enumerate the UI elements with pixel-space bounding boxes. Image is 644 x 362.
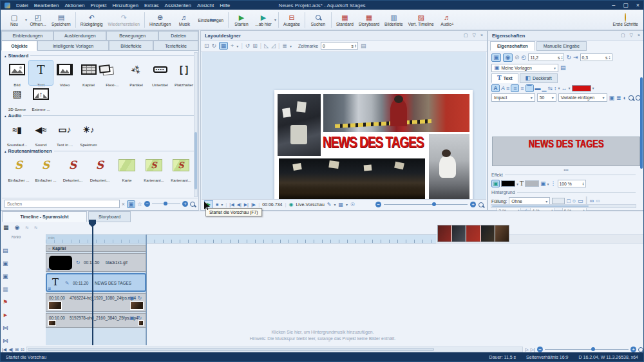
settings-button[interactable]: Einstellungen <box>195 10 226 30</box>
thumb-size-slider[interactable] <box>152 204 180 204</box>
panel-pin-icon[interactable]: ▽ <box>630 33 633 38</box>
tab-bewegungen[interactable]: Bewegungen <box>106 31 158 41</box>
scroll-start-icon[interactable]: |◀ <box>2 347 6 352</box>
valign-top-icon[interactable]: ▔ <box>526 84 534 92</box>
repeat-icon[interactable]: ↻ <box>76 260 80 265</box>
timeline-zoom-search-icon[interactable] <box>638 347 643 352</box>
object-soundaufnahme[interactable]: ≈▮Soundauf... <box>5 120 29 145</box>
figure-icon[interactable]: ☉ <box>350 202 355 207</box>
track-list-icon[interactable]: ▤ <box>3 247 8 254</box>
rotate-tool-icon[interactable]: ↻ <box>212 43 217 49</box>
route-einfach-1[interactable]: SEinfacher ... <box>5 156 32 180</box>
font-size-dropdown[interactable]: 50▾ <box>537 93 556 102</box>
slide-preview-card[interactable]: NEWS DES TAGES <box>274 90 473 199</box>
section-standard[interactable]: ▴Standard <box>1 52 198 59</box>
object-3d-szene[interactable]: ▧3D-Szene <box>5 85 29 110</box>
undo-button[interactable]: ↶Rückgängig <box>78 10 106 30</box>
unlink-icon[interactable]: ⊘ <box>515 54 520 61</box>
panel-pin-icon[interactable]: ▽ <box>473 33 476 38</box>
object-bild[interactable]: Bild <box>5 61 29 85</box>
fit-view-icon[interactable]: ⊞ <box>252 43 258 49</box>
keyframe-icon[interactable]: ▤ <box>361 43 366 49</box>
valign-middle-icon[interactable]: ▬ <box>535 85 541 91</box>
subtab-text[interactable]: TText <box>491 73 518 83</box>
group-tracks2-icon[interactable]: ▣ <box>3 273 8 280</box>
view-standard-button[interactable]: ▦Standard <box>334 10 356 30</box>
curve-tool-icon[interactable]: ≈ <box>25 224 28 231</box>
paragraph-icon[interactable]: ≣ <box>616 95 621 101</box>
unlink-icon[interactable]: ∞ <box>596 198 600 204</box>
font-zoom-out-icon[interactable] <box>629 95 634 100</box>
search-input[interactable] <box>5 200 120 208</box>
thumb-zoom-in-icon[interactable]: + <box>182 201 188 207</box>
object-kapitel[interactable]: Kapitel <box>77 61 100 85</box>
object-video[interactable]: Video <box>53 61 77 85</box>
line-spacing-icon[interactable]: ↕ <box>554 85 557 91</box>
snap-dropdown-icon[interactable]: ▾ <box>236 44 238 48</box>
add-button[interactable]: ⊕Hinzufügen <box>147 10 173 30</box>
new-button[interactable]: ▢Neu <box>3 10 25 30</box>
route-kartenanimation-2[interactable]: SKartenani... <box>167 156 194 180</box>
prev-chapter-icon[interactable]: |◀ <box>229 202 234 207</box>
show-track-icon[interactable]: ◉ <box>503 53 513 62</box>
zoom-search-icon[interactable] <box>190 202 195 207</box>
panel-close-icon[interactable]: × <box>480 33 483 38</box>
redo-button[interactable]: ↷Wiederherstellen <box>106 10 142 30</box>
loop-icon[interactable]: ↻ <box>566 54 571 61</box>
designer-canvas[interactable]: NEWS DES TAGES <box>202 52 486 199</box>
line-spacing-dropdown-icon[interactable]: ▾ <box>558 86 560 90</box>
text-animation-icon[interactable]: ✎ <box>65 280 69 286</box>
flag-marker-icon[interactable]: ⚑ <box>3 299 8 305</box>
bold-icon[interactable]: A <box>491 84 500 92</box>
group-tracks-icon[interactable]: ▣ <box>3 260 8 267</box>
preview-video-top[interactable] <box>323 94 469 132</box>
track-black1x1[interactable]: ↻ 00:11.50 black1x1.gif ⊞ <box>46 253 146 272</box>
effect-color-dropdown-icon[interactable]: ▾ <box>516 182 518 186</box>
route-karte[interactable]: Karte <box>113 156 140 180</box>
view-audio-button[interactable]: ♬Audio+ <box>437 10 459 30</box>
collapse-chapter-icon[interactable]: – <box>48 247 50 251</box>
menu-hinzufuegen[interactable]: Hinzufügen <box>112 3 138 8</box>
tab-dateien[interactable]: Dateien <box>158 31 198 41</box>
reset-view-icon[interactable]: ↺ <box>245 43 251 49</box>
canvas-zoom-search-icon[interactable] <box>478 202 484 207</box>
corner-a-icon[interactable]: ◺ <box>264 43 269 49</box>
menu-ansicht[interactable]: Ansicht <box>197 3 214 8</box>
menu-bearbeiten[interactable]: Bearbeiten <box>34 3 59 8</box>
fade-spinbox[interactable]: 0,3s▴▾ <box>580 53 612 61</box>
grid-toggle-icon[interactable]: ▦ <box>219 42 228 50</box>
font-color-dropdown-icon[interactable]: ▾ <box>592 86 594 90</box>
texture-icon[interactable]: ▣ <box>540 180 546 187</box>
menu-datei[interactable]: Datei <box>16 3 28 8</box>
timeline-zoom-in-icon[interactable]: + <box>630 347 636 352</box>
object-untertitel[interactable]: ••••Untertitel <box>148 61 172 85</box>
text-content[interactable]: NEWS DES TAGES <box>529 138 604 168</box>
tab-bildeffekte[interactable]: Bildeffekte <box>109 41 154 51</box>
valign-bottom-icon[interactable]: ▁ <box>542 85 547 91</box>
duration-spinbox[interactable]: 11,2s▴▾ <box>528 53 564 61</box>
view-grid-icon[interactable]: ▦ <box>339 202 344 207</box>
outline-color-swatch[interactable] <box>525 180 539 187</box>
effect-color-swatch[interactable] <box>501 180 515 187</box>
panel-close-icon[interactable]: × <box>638 33 640 38</box>
image-fill-icon[interactable]: ▣ <box>609 95 615 101</box>
filter-toggle-icon[interactable]: ▣ <box>127 200 135 208</box>
music-hint-line1[interactable]: Klicken Sie hier, um Hintergrundmusik hi… <box>1 330 644 334</box>
timeline-hscrollbar[interactable] <box>26 347 523 352</box>
corner-b-icon[interactable]: ◿ <box>271 43 276 49</box>
panel-maximize-icon[interactable]: ▢ <box>621 33 625 38</box>
font-family-dropdown[interactable]: Impact▾ <box>491 93 535 102</box>
tab-einblendungen[interactable]: Einblendungen <box>1 31 53 41</box>
toolbox-scrollbar[interactable] <box>194 52 198 197</box>
tab-ausblendungen[interactable]: Ausblendungen <box>53 31 106 41</box>
menu-assistenten[interactable]: Assistenten <box>165 3 191 8</box>
view-storyboard-button[interactable]: ▦Storyboard <box>356 10 382 30</box>
menu-hilfe[interactable]: Hilfe <box>220 3 230 8</box>
route-einfach-2[interactable]: SEinfacher ... <box>32 156 59 180</box>
live-preview-icon[interactable]: ◉ <box>289 202 293 207</box>
snap-tool-icon[interactable]: + <box>231 43 234 49</box>
fill-color-swatch[interactable] <box>552 198 565 204</box>
object-flexi[interactable]: Flexi-... <box>100 61 124 85</box>
more-options-icon[interactable]: ⋮ <box>551 180 556 187</box>
fit-project-icon[interactable]: ⊞ <box>15 347 19 352</box>
